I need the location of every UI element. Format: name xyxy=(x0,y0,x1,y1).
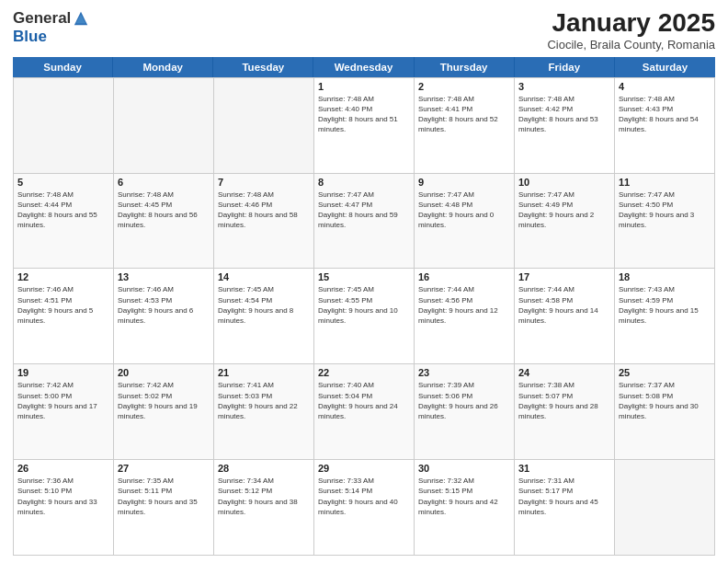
day-info: Sunrise: 7:47 AMSunset: 4:50 PMDaylight:… xyxy=(619,190,711,231)
logo: General Blue xyxy=(13,9,89,46)
calendar-day-26: 26Sunrise: 7:36 AMSunset: 5:10 PMDayligh… xyxy=(14,460,114,556)
day-info: Sunrise: 7:36 AMSunset: 5:10 PMDaylight:… xyxy=(17,476,109,517)
day-number: 28 xyxy=(218,463,310,474)
calendar-day-4: 4Sunrise: 7:48 AMSunset: 4:43 PMDaylight… xyxy=(615,78,715,174)
page: General Blue January 2025 Ciocile, Brail… xyxy=(0,0,728,563)
calendar-day-19: 19Sunrise: 7:42 AMSunset: 5:00 PMDayligh… xyxy=(14,364,114,460)
day-header-tuesday: Tuesday xyxy=(213,57,313,77)
day-number: 11 xyxy=(619,177,711,188)
day-info: Sunrise: 7:42 AMSunset: 5:02 PMDaylight:… xyxy=(118,380,210,421)
day-number: 26 xyxy=(17,463,109,474)
day-number: 3 xyxy=(518,81,610,92)
day-info: Sunrise: 7:43 AMSunset: 4:59 PMDaylight:… xyxy=(619,284,711,326)
calendar-day-6: 6Sunrise: 7:48 AMSunset: 4:45 PMDaylight… xyxy=(114,174,214,270)
day-info: Sunrise: 7:41 AMSunset: 5:03 PMDaylight:… xyxy=(218,380,310,421)
calendar-day-11: 11Sunrise: 7:47 AMSunset: 4:50 PMDayligh… xyxy=(615,174,715,270)
calendar-day-28: 28Sunrise: 7:34 AMSunset: 5:12 PMDayligh… xyxy=(214,460,314,556)
day-number: 18 xyxy=(619,271,711,282)
subtitle: Ciocile, Braila County, Romania xyxy=(547,38,715,52)
day-info: Sunrise: 7:47 AMSunset: 4:48 PMDaylight:… xyxy=(418,190,510,231)
calendar-day-18: 18Sunrise: 7:43 AMSunset: 4:59 PMDayligh… xyxy=(615,269,715,364)
calendar-day-10: 10Sunrise: 7:47 AMSunset: 4:49 PMDayligh… xyxy=(515,174,615,270)
day-info: Sunrise: 7:48 AMSunset: 4:43 PMDaylight:… xyxy=(619,94,711,135)
day-number: 17 xyxy=(518,271,610,282)
day-info: Sunrise: 7:34 AMSunset: 5:12 PMDaylight:… xyxy=(218,476,310,517)
title-block: January 2025 Ciocile, Braila County, Rom… xyxy=(547,9,715,52)
day-number: 24 xyxy=(518,367,610,378)
calendar-day-5: 5Sunrise: 7:48 AMSunset: 4:44 PMDaylight… xyxy=(14,174,114,270)
day-number: 1 xyxy=(318,81,410,92)
day-info: Sunrise: 7:45 AMSunset: 4:55 PMDaylight:… xyxy=(318,284,410,326)
day-header-monday: Monday xyxy=(113,57,213,77)
calendar-day-29: 29Sunrise: 7:33 AMSunset: 5:14 PMDayligh… xyxy=(314,460,415,556)
day-info: Sunrise: 7:35 AMSunset: 5:11 PMDaylight:… xyxy=(118,476,210,517)
day-number: 19 xyxy=(17,367,109,378)
day-info: Sunrise: 7:44 AMSunset: 4:56 PMDaylight:… xyxy=(418,284,510,326)
day-number: 22 xyxy=(318,367,410,378)
day-number: 9 xyxy=(418,177,510,188)
day-number: 23 xyxy=(418,367,510,378)
calendar-day-3: 3Sunrise: 7:48 AMSunset: 4:42 PMDaylight… xyxy=(515,78,615,174)
empty-cell xyxy=(615,460,715,556)
day-info: Sunrise: 7:46 AMSunset: 4:53 PMDaylight:… xyxy=(118,284,210,326)
day-number: 20 xyxy=(118,367,210,378)
day-info: Sunrise: 7:46 AMSunset: 4:51 PMDaylight:… xyxy=(17,284,109,326)
day-number: 15 xyxy=(318,271,410,282)
calendar-day-12: 12Sunrise: 7:46 AMSunset: 4:51 PMDayligh… xyxy=(14,269,114,364)
day-info: Sunrise: 7:42 AMSunset: 5:00 PMDaylight:… xyxy=(17,380,109,421)
day-info: Sunrise: 7:32 AMSunset: 5:15 PMDaylight:… xyxy=(418,476,510,517)
calendar-day-25: 25Sunrise: 7:37 AMSunset: 5:08 PMDayligh… xyxy=(615,364,715,460)
calendar-day-1: 1Sunrise: 7:48 AMSunset: 4:40 PMDaylight… xyxy=(314,78,415,174)
calendar-body: 1Sunrise: 7:48 AMSunset: 4:40 PMDaylight… xyxy=(13,77,715,556)
day-info: Sunrise: 7:48 AMSunset: 4:45 PMDaylight:… xyxy=(118,190,210,231)
calendar-day-2: 2Sunrise: 7:48 AMSunset: 4:41 PMDaylight… xyxy=(415,78,515,174)
day-number: 13 xyxy=(118,271,210,282)
day-header-thursday: Thursday xyxy=(415,57,515,77)
calendar-day-30: 30Sunrise: 7:32 AMSunset: 5:15 PMDayligh… xyxy=(415,460,515,556)
calendar-header: SundayMondayTuesdayWednesdayThursdayFrid… xyxy=(13,57,715,77)
calendar-day-13: 13Sunrise: 7:46 AMSunset: 4:53 PMDayligh… xyxy=(114,269,214,364)
day-info: Sunrise: 7:47 AMSunset: 4:49 PMDaylight:… xyxy=(518,190,610,231)
day-number: 29 xyxy=(318,463,410,474)
day-info: Sunrise: 7:33 AMSunset: 5:14 PMDaylight:… xyxy=(318,476,410,517)
day-info: Sunrise: 7:38 AMSunset: 5:07 PMDaylight:… xyxy=(518,380,610,421)
day-info: Sunrise: 7:31 AMSunset: 5:17 PMDaylight:… xyxy=(518,476,610,517)
day-number: 6 xyxy=(118,177,210,188)
empty-cell xyxy=(14,78,114,174)
empty-cell xyxy=(114,78,214,174)
day-info: Sunrise: 7:37 AMSunset: 5:08 PMDaylight:… xyxy=(619,380,711,421)
day-number: 12 xyxy=(17,271,109,282)
day-info: Sunrise: 7:47 AMSunset: 4:47 PMDaylight:… xyxy=(318,190,410,231)
day-number: 4 xyxy=(619,81,711,92)
calendar-day-23: 23Sunrise: 7:39 AMSunset: 5:06 PMDayligh… xyxy=(415,364,515,460)
calendar-day-20: 20Sunrise: 7:42 AMSunset: 5:02 PMDayligh… xyxy=(114,364,214,460)
calendar-day-17: 17Sunrise: 7:44 AMSunset: 4:58 PMDayligh… xyxy=(515,269,615,364)
calendar-day-15: 15Sunrise: 7:45 AMSunset: 4:55 PMDayligh… xyxy=(314,269,415,364)
calendar-day-7: 7Sunrise: 7:48 AMSunset: 4:46 PMDaylight… xyxy=(214,174,314,270)
calendar: SundayMondayTuesdayWednesdayThursdayFrid… xyxy=(13,57,715,556)
calendar-day-31: 31Sunrise: 7:31 AMSunset: 5:17 PMDayligh… xyxy=(515,460,615,556)
day-number: 5 xyxy=(17,177,109,188)
day-number: 2 xyxy=(418,81,510,92)
day-info: Sunrise: 7:48 AMSunset: 4:44 PMDaylight:… xyxy=(17,190,109,231)
day-number: 21 xyxy=(218,367,310,378)
logo-general-text: General xyxy=(13,9,71,28)
day-info: Sunrise: 7:48 AMSunset: 4:41 PMDaylight:… xyxy=(418,94,510,135)
day-number: 14 xyxy=(218,271,310,282)
day-number: 31 xyxy=(518,463,610,474)
calendar-day-27: 27Sunrise: 7:35 AMSunset: 5:11 PMDayligh… xyxy=(114,460,214,556)
logo-blue-text: Blue xyxy=(13,28,47,46)
month-title: January 2025 xyxy=(547,9,715,38)
day-info: Sunrise: 7:48 AMSunset: 4:42 PMDaylight:… xyxy=(518,94,610,135)
day-header-saturday: Saturday xyxy=(615,57,715,77)
day-header-wednesday: Wednesday xyxy=(313,57,414,77)
day-number: 25 xyxy=(619,367,711,378)
calendar-day-8: 8Sunrise: 7:47 AMSunset: 4:47 PMDaylight… xyxy=(314,174,415,270)
day-number: 30 xyxy=(418,463,510,474)
calendar-day-24: 24Sunrise: 7:38 AMSunset: 5:07 PMDayligh… xyxy=(515,364,615,460)
day-number: 8 xyxy=(318,177,410,188)
day-info: Sunrise: 7:48 AMSunset: 4:40 PMDaylight:… xyxy=(318,94,410,135)
calendar-day-14: 14Sunrise: 7:45 AMSunset: 4:54 PMDayligh… xyxy=(214,269,314,364)
day-info: Sunrise: 7:44 AMSunset: 4:58 PMDaylight:… xyxy=(518,284,610,326)
day-info: Sunrise: 7:40 AMSunset: 5:04 PMDaylight:… xyxy=(318,380,410,421)
